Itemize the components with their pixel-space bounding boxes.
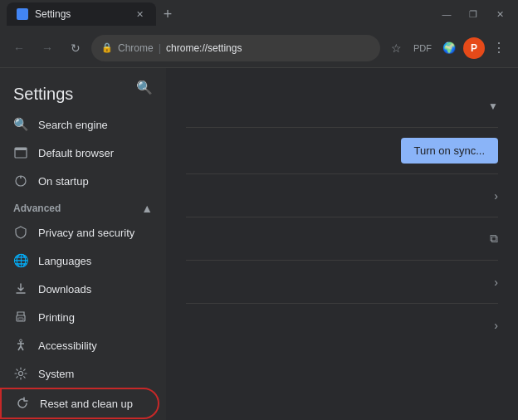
sidebar-item-accessibility[interactable]: Accessibility bbox=[0, 331, 159, 359]
sync-button[interactable]: Turn on sync... bbox=[401, 138, 499, 164]
chevron-right-icon-3: › bbox=[494, 319, 498, 332]
content-row-5: › bbox=[186, 261, 498, 304]
minimize-button[interactable]: — bbox=[435, 5, 458, 23]
external-link-icon-1: ⧉ bbox=[490, 232, 498, 246]
content-row-3: › bbox=[186, 174, 498, 217]
content-row-4: ⧉ bbox=[186, 217, 498, 261]
reset-cleanup-icon bbox=[15, 396, 30, 411]
search-icon[interactable]: 🔍 bbox=[136, 80, 154, 98]
svg-rect-1 bbox=[15, 148, 27, 150]
sidebar-item-languages-label: Languages bbox=[38, 255, 91, 267]
printing-icon bbox=[13, 310, 28, 325]
content-row-1: ▼ bbox=[186, 85, 498, 128]
svg-line-10 bbox=[18, 346, 21, 350]
menu-button[interactable]: ⋮ bbox=[486, 36, 511, 61]
sidebar-item-default-browser[interactable]: Default browser bbox=[0, 139, 159, 167]
default-browser-icon bbox=[13, 145, 28, 160]
advanced-chevron-icon: ▲ bbox=[141, 202, 153, 215]
translate-button[interactable]: 🌍 bbox=[437, 36, 462, 61]
sidebar-item-system[interactable]: System bbox=[0, 359, 159, 388]
omnibox-site: Chrome bbox=[118, 42, 154, 54]
star-button[interactable]: ☆ bbox=[384, 36, 408, 61]
maximize-button[interactable]: ❐ bbox=[462, 5, 485, 23]
refresh-button[interactable]: ↻ bbox=[63, 36, 88, 61]
system-icon bbox=[13, 366, 28, 381]
tab-favicon bbox=[17, 8, 28, 20]
sidebar-item-on-startup[interactable]: On startup bbox=[0, 167, 159, 195]
content-row-6: › bbox=[186, 304, 498, 347]
lock-icon: 🔒 bbox=[101, 42, 113, 53]
page-content: ▼ Turn on sync... › ⧉ › › bbox=[166, 68, 518, 420]
omnibox-separator: | bbox=[159, 42, 161, 54]
advanced-label-text: Advanced bbox=[13, 203, 61, 214]
new-tab-button[interactable]: + bbox=[156, 2, 179, 26]
languages-icon: 🌐 bbox=[13, 253, 28, 268]
svg-line-11 bbox=[21, 346, 23, 350]
dropdown-icon: ▼ bbox=[488, 100, 498, 112]
advanced-section-label[interactable]: Advanced ▲ bbox=[0, 195, 166, 218]
sidebar-item-default-browser-label: Default browser bbox=[38, 147, 114, 159]
reset-cleanup-highlight: Reset and clean up bbox=[0, 388, 159, 419]
sidebar-item-reset-cleanup[interactable]: Reset and clean up bbox=[2, 389, 158, 418]
on-startup-icon bbox=[13, 173, 28, 188]
chevron-right-icon-2: › bbox=[494, 276, 498, 289]
search-engine-icon: 🔍 bbox=[13, 117, 28, 132]
pdf-button[interactable]: PDF bbox=[410, 36, 435, 61]
accessibility-icon bbox=[13, 338, 28, 353]
tab-area: Settings ✕ + bbox=[7, 0, 435, 28]
tab-label: Settings bbox=[35, 8, 71, 20]
sidebar-item-privacy-security[interactable]: Privacy and security bbox=[0, 218, 159, 247]
omnibox[interactable]: 🔒 Chrome | chrome://settings bbox=[91, 35, 380, 61]
title-bar: Settings ✕ + — ❐ ✕ bbox=[0, 0, 518, 28]
sidebar-item-printing-label: Printing bbox=[38, 311, 75, 324]
main-content: Settings 🔍 🔍 Search engine Default brows… bbox=[0, 68, 518, 420]
window-controls: — ❐ ✕ bbox=[435, 5, 511, 23]
close-button[interactable]: ✕ bbox=[488, 5, 511, 23]
sidebar-item-downloads-label: Downloads bbox=[38, 283, 91, 295]
tab-close-button[interactable]: ✕ bbox=[133, 7, 146, 21]
sidebar-item-downloads[interactable]: Downloads bbox=[0, 275, 159, 303]
content-row-sync: Turn on sync... bbox=[186, 128, 498, 174]
sidebar-item-privacy-security-label: Privacy and security bbox=[38, 227, 134, 239]
address-bar: ← → ↻ 🔒 Chrome | chrome://settings ☆ PDF… bbox=[0, 28, 518, 68]
sidebar-item-reset-cleanup-label: Reset and clean up bbox=[40, 398, 133, 410]
omnibox-url: chrome://settings bbox=[166, 42, 242, 54]
downloads-icon bbox=[13, 281, 28, 296]
sidebar: Settings 🔍 🔍 Search engine Default brows… bbox=[0, 68, 166, 420]
back-button[interactable]: ← bbox=[7, 36, 32, 61]
sidebar-item-search-engine-label: Search engine bbox=[38, 119, 108, 131]
sidebar-item-system-label: System bbox=[38, 368, 74, 380]
forward-button[interactable]: → bbox=[35, 36, 60, 61]
svg-rect-6 bbox=[18, 318, 23, 320]
privacy-security-icon bbox=[13, 225, 28, 240]
sidebar-item-languages[interactable]: 🌐 Languages bbox=[0, 247, 159, 275]
profile-button[interactable]: P bbox=[463, 37, 485, 59]
sidebar-item-search-engine[interactable]: 🔍 Search engine bbox=[0, 110, 159, 139]
chevron-right-icon-1: › bbox=[494, 189, 498, 203]
settings-tab[interactable]: Settings ✕ bbox=[7, 2, 156, 26]
toolbar-icons: ☆ PDF 🌍 P ⋮ bbox=[384, 36, 511, 61]
sidebar-item-on-startup-label: On startup bbox=[38, 175, 89, 188]
svg-point-12 bbox=[19, 372, 23, 376]
svg-point-7 bbox=[20, 339, 22, 342]
sidebar-item-accessibility-label: Accessibility bbox=[38, 339, 97, 352]
sidebar-item-printing[interactable]: Printing bbox=[0, 303, 159, 331]
